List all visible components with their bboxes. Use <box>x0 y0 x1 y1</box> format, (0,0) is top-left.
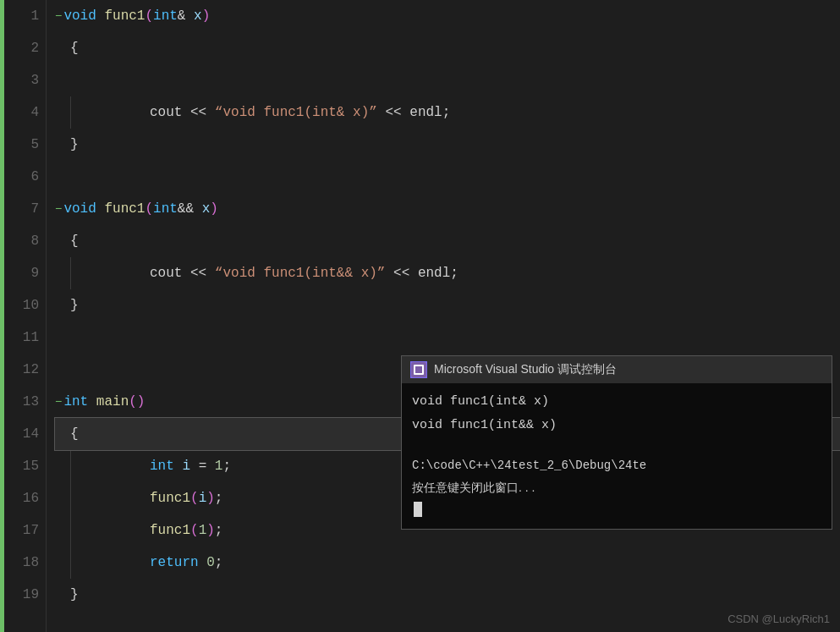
code-line-8: { <box>55 225 840 257</box>
code-line-11 <box>55 321 840 354</box>
code-line-7: −void func1(int&& x) <box>55 193 840 225</box>
line-num-15: 15 <box>23 450 39 482</box>
line-num-16: 16 <box>23 482 39 514</box>
code-line-10: } <box>55 289 840 321</box>
code-line-18: return 0; <box>55 547 840 579</box>
editor: 1 2 3 4 5 6 7 8 9 10 11 12 13 14 15 16 1… <box>0 0 840 632</box>
fold-icon-13[interactable]: − <box>55 386 62 418</box>
line-num-19: 19 <box>23 579 39 611</box>
console-output-line2: void func1(int&& x) <box>412 414 821 437</box>
code-line-2: { <box>55 32 840 64</box>
line-num-6: 6 <box>30 161 39 193</box>
console-cursor <box>414 502 422 517</box>
console-empty-line <box>412 437 821 454</box>
console-titlebar: Microsoft Visual Studio 调试控制台 <box>402 356 832 383</box>
line-numbers: 1 2 3 4 5 6 7 8 9 10 11 12 13 14 15 16 1… <box>0 0 47 632</box>
code-line-19: } <box>55 579 840 611</box>
code-line-6 <box>55 161 840 193</box>
code-line-4: cout << “void func1(int& x)” << endl; <box>55 96 840 129</box>
line-num-12: 12 <box>23 354 39 386</box>
line-num-11: 11 <box>23 321 39 354</box>
console-path: C:\code\C++\24test_2_6\Debug\24te <box>412 454 821 476</box>
line-num-17: 17 <box>23 514 39 547</box>
console-note: 按任意键关闭此窗口. . . <box>412 476 821 498</box>
vs-icon <box>410 361 427 378</box>
green-accent-bar <box>0 0 4 632</box>
line-num-7: 7 <box>30 193 39 225</box>
line-num-1: 1 <box>30 0 39 32</box>
fold-icon-1[interactable]: − <box>55 0 62 32</box>
line-num-3: 3 <box>30 64 39 96</box>
line-num-13: 13 <box>23 386 39 418</box>
console-body: void func1(int& x) void func1(int&& x) C… <box>402 383 832 529</box>
code-line-1: −void func1(int& x) <box>55 0 840 32</box>
code-line-3 <box>55 64 840 96</box>
line-num-2: 2 <box>30 32 39 64</box>
line-num-9: 9 <box>30 257 39 289</box>
line-num-18: 18 <box>23 547 39 579</box>
console-popup: Microsoft Visual Studio 调试控制台 void func1… <box>401 355 832 530</box>
watermark: CSDN @LuckyRich1 <box>727 613 830 625</box>
line-num-5: 5 <box>30 129 39 161</box>
console-output-line1: void func1(int& x) <box>412 390 821 414</box>
line-num-14: 14 <box>23 418 39 450</box>
line-num-8: 8 <box>30 225 39 257</box>
code-line-9: cout << “void func1(int&& x)” << endl; <box>55 257 840 289</box>
code-area[interactable]: −void func1(int& x) { cout << “void func… <box>47 0 840 632</box>
fold-icon-7[interactable]: − <box>55 193 62 225</box>
line-num-4: 4 <box>30 96 39 129</box>
console-title: Microsoft Visual Studio 调试控制台 <box>434 362 617 377</box>
console-cursor-line <box>412 498 821 522</box>
line-num-10: 10 <box>23 289 39 321</box>
code-line-5: } <box>55 129 840 161</box>
